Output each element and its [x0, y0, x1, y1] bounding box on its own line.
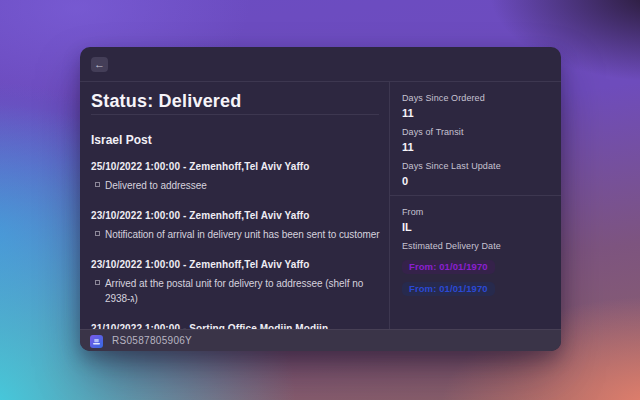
back-button[interactable]: ← [91, 57, 108, 72]
event-list: 25/10/2022 1:00:00 - Zemenhoff,Tel Aviv … [91, 160, 383, 329]
stat-label: Days of Transit [402, 127, 549, 137]
stat-label: Days Since Last Update [402, 161, 549, 171]
event-description-row: Arrived at the postal unit for delivery … [91, 276, 383, 306]
square-bullet-icon [95, 231, 100, 236]
event-title: 23/10/2022 1:00:00 - Zemenhoff,Tel Aviv … [91, 258, 383, 271]
estimated-delivery-badges: From: 01/01/1970From: 01/01/1970 [402, 256, 549, 296]
estimated-date-badge: From: 01/01/1970 [402, 282, 495, 296]
stats-block: Days Since Ordered11Days of Transit11Day… [402, 93, 549, 187]
estimated-date-badge-row: From: 01/01/1970 [402, 278, 549, 296]
tracking-number: RS0587805906Y [112, 335, 192, 346]
sidebar-divider [390, 195, 561, 196]
tracking-event: 21/10/2022 1:00:00 - Sorting Office Modi… [91, 322, 383, 329]
package-icon [90, 334, 103, 347]
event-title: 25/10/2022 1:00:00 - Zemenhoff,Tel Aviv … [91, 160, 383, 173]
event-title: 23/10/2022 1:00:00 - Zemenhoff,Tel Aviv … [91, 209, 383, 222]
event-description: Delivered to addressee [105, 178, 207, 193]
stat-value: 11 [402, 107, 549, 119]
square-bullet-icon [95, 182, 100, 187]
tracking-window: ← Status: Delivered Israel Post 25/10/20… [80, 47, 561, 351]
window-body: Status: Delivered Israel Post 25/10/2022… [80, 82, 561, 329]
event-title: 21/10/2022 1:00:00 - Sorting Office Modi… [91, 322, 383, 329]
tracking-history-panel[interactable]: Status: Delivered Israel Post 25/10/2022… [80, 82, 390, 329]
origin-label: From [402, 207, 549, 217]
tracking-event: 23/10/2022 1:00:00 - Zemenhoff,Tel Aviv … [91, 209, 383, 242]
stat-value: 11 [402, 141, 549, 153]
estimated-date-badge: From: 01/01/1970 [402, 260, 495, 274]
status-title: Status: Delivered [91, 91, 383, 111]
tracking-footer: RS0587805906Y [80, 329, 561, 351]
tracking-event: 23/10/2022 1:00:00 - Zemenhoff,Tel Aviv … [91, 258, 383, 306]
event-description: Notification of arrival in delivery unit… [105, 227, 380, 242]
estimated-date-badge-row: From: 01/01/1970 [402, 256, 549, 274]
tracking-event: 25/10/2022 1:00:00 - Zemenhoff,Tel Aviv … [91, 160, 383, 193]
event-description-row: Delivered to addressee [91, 178, 383, 193]
estimated-delivery-label: Estimated Delivery Date [402, 241, 549, 251]
stat-label: Days Since Ordered [402, 93, 549, 103]
event-description-row: Notification of arrival in delivery unit… [91, 227, 383, 242]
heading-divider [91, 114, 379, 115]
stat-value: 0 [402, 175, 549, 187]
back-arrow-icon: ← [94, 58, 105, 70]
window-titlebar: ← [80, 47, 561, 82]
details-sidebar: Days Since Ordered11Days of Transit11Day… [390, 82, 561, 329]
origin-value: IL [402, 221, 549, 233]
carrier-name: Israel Post [91, 134, 383, 146]
event-description: Arrived at the postal unit for delivery … [105, 276, 383, 306]
square-bullet-icon [95, 280, 100, 285]
